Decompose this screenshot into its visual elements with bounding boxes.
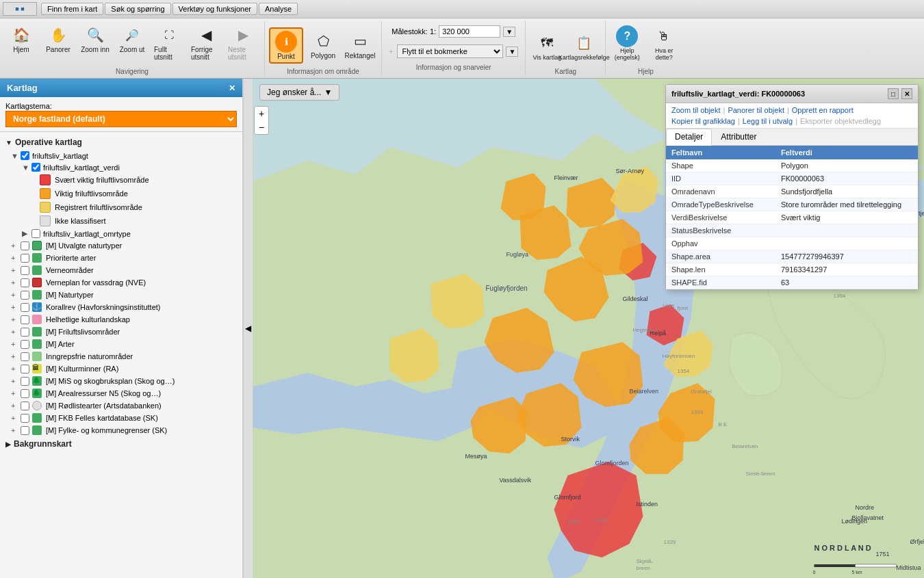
expand-vassdrag[interactable]: + bbox=[11, 278, 19, 287]
neste-utsnitt-button[interactable]: ▶ Neste utsnitt bbox=[226, 21, 260, 64]
map-zoom-out-button[interactable]: − bbox=[255, 120, 268, 134]
sidebar-collapse-button[interactable]: ◀ bbox=[243, 79, 253, 578]
map-zoom-in-button[interactable]: + bbox=[255, 107, 268, 120]
layer-naturtyper[interactable]: + [M] Utvalgte naturtyper bbox=[0, 239, 242, 252]
expand-naturtyper[interactable]: + bbox=[11, 241, 19, 250]
expand-arter[interactable]: + bbox=[11, 340, 19, 348]
layer-check-mis[interactable] bbox=[21, 377, 29, 386]
jeg-onsker-button[interactable]: Jeg ønsker å... ▼ bbox=[259, 84, 339, 101]
tab-attributter[interactable]: Attributter bbox=[712, 129, 765, 145]
hva-er-button[interactable]: 🖱 Hva er dette? bbox=[647, 23, 681, 64]
expand-kulturminner[interactable]: + bbox=[11, 365, 19, 373]
layer-check-arealressurser[interactable] bbox=[21, 389, 29, 398]
layer-kulturminner[interactable]: + 🏛 [M] Kulturminner (RA) bbox=[0, 363, 242, 375]
layer-friluftsomr[interactable]: + [M] Friluftslivsområder bbox=[0, 326, 242, 338]
layer-prioriterte[interactable]: + Prioriterte arter bbox=[0, 252, 242, 264]
layer-check-verdi[interactable] bbox=[31, 163, 40, 172]
expand-prioriterte[interactable]: + bbox=[11, 254, 19, 262]
layer-kulturlandskap[interactable]: + Helhetlige kulturlandskap bbox=[0, 313, 242, 326]
sok-button[interactable]: Søk og spørring bbox=[105, 3, 170, 15]
panel-resize-button[interactable]: □ bbox=[888, 88, 899, 99]
layer-check-vassdrag[interactable] bbox=[21, 278, 29, 287]
scale-dropdown-button[interactable]: ▼ bbox=[503, 27, 515, 37]
layer-label-kulturminner: [M] Kulturminner (RA) bbox=[46, 365, 118, 373]
layer-check-arter[interactable] bbox=[21, 340, 29, 349]
sidebar-close-icon[interactable]: ✕ bbox=[229, 83, 235, 93]
expand-kulturlandskap[interactable]: + bbox=[11, 315, 19, 324]
forrige-utsnitt-button[interactable]: ◀ Forrige utsnitt bbox=[189, 21, 223, 64]
layer-fkb[interactable]: + [M] FKB Felles kartdatabase (SK) bbox=[0, 412, 242, 424]
map-container[interactable]: Bodø Saltfjorden Fauske Naurstad Godøyne… bbox=[253, 79, 924, 578]
panel-close-button[interactable]: ✕ bbox=[901, 88, 912, 99]
layer-arealressurser[interactable]: + 🌲 [M] Arealressurser N5 (Skog og…) bbox=[0, 387, 242, 399]
layer-vassdrag[interactable]: + Verneplan for vassdrag (NVE) bbox=[0, 276, 242, 289]
rektangel-button[interactable]: ▭ Rektangel bbox=[343, 27, 377, 62]
tab-detaljer[interactable]: Detaljer bbox=[666, 129, 712, 146]
layer-check-omrtype[interactable] bbox=[31, 229, 40, 238]
expand-omrtype-icon[interactable]: ▶ bbox=[22, 229, 30, 238]
layer-check-inngrepsfrie[interactable] bbox=[21, 352, 29, 361]
layer-naturtyper2[interactable]: + [M] Naturtyper bbox=[0, 289, 242, 301]
layer-mis[interactable]: + 🌲 [M] MiS og skogbruksplan (Skog og…) bbox=[0, 375, 242, 387]
layer-korallrev[interactable]: + ⚓ Korallrev (Havforskningsinstituttet) bbox=[0, 301, 242, 313]
layer-rodliste[interactable]: + [M] Rødlistearter (Artsdatabanken) bbox=[0, 399, 242, 412]
layer-kommunegrenser[interactable]: + [M] Fylke- og kommunegrenser (SK) bbox=[0, 424, 242, 436]
layer-friluftsliv-kartlagt[interactable]: ▼ friluftsliv_kartlagt bbox=[0, 150, 242, 161]
zoom-inn-button[interactable]: 🔍 Zoom inn bbox=[78, 21, 112, 56]
layer-check-verne[interactable] bbox=[21, 266, 29, 275]
panorer-button[interactable]: ✋ Panorer bbox=[41, 21, 75, 56]
expand-naturtyper2[interactable]: + bbox=[11, 291, 19, 299]
hjelp-button[interactable]: ? Hjelp (engelsk) bbox=[610, 23, 644, 64]
legend-label-uklas: Ikke klassifisert bbox=[55, 217, 106, 225]
polygon-button[interactable]: ⬠ Polygon bbox=[306, 27, 340, 62]
layer-check-rodliste[interactable] bbox=[21, 402, 29, 410]
eksporter-link[interactable]: Eksporter objektvedlegg bbox=[800, 117, 881, 125]
hjem-button[interactable]: 🏠 Hjem bbox=[4, 21, 38, 56]
expand-arealressurser[interactable]: + bbox=[11, 389, 19, 397]
layer-check-naturtyper2[interactable] bbox=[21, 291, 29, 300]
theme-select[interactable]: Norge fastland (default) bbox=[5, 111, 237, 127]
punkt-button[interactable]: ℹ Punkt bbox=[269, 27, 303, 64]
verktoy-button[interactable]: Verktøy og funksjoner bbox=[172, 3, 257, 15]
kartlagsrekkefølge-button[interactable]: 📋 Kartlagsrekkefølge bbox=[567, 29, 601, 64]
legg-til-utvalg-link[interactable]: Legg til i utvalg bbox=[743, 117, 793, 125]
scale-input[interactable] bbox=[439, 25, 500, 38]
layer-arter[interactable]: + [M] Arter bbox=[0, 338, 242, 350]
kopier-grafikklag-link[interactable]: Kopier til grafikklag bbox=[671, 117, 735, 125]
expand-korallrev[interactable]: + bbox=[11, 303, 19, 311]
layer-verne[interactable]: + Verneområder bbox=[0, 264, 242, 276]
layer-inngrepsfrie[interactable]: + Inngrepsfrie naturområder bbox=[0, 350, 242, 363]
expand-friluftsomr[interactable]: + bbox=[11, 328, 19, 336]
layer-check-kommunegrenser[interactable] bbox=[21, 426, 29, 435]
layer-check-fkb[interactable] bbox=[21, 414, 29, 423]
layer-omrtype[interactable]: ▶ friluftsliv_kartlagt_omrtype bbox=[0, 228, 242, 239]
analyse-button[interactable]: Analyse bbox=[259, 3, 298, 15]
layer-check-kulturlandskap[interactable] bbox=[21, 315, 29, 324]
finn-frem-button[interactable]: Finn frem i kart bbox=[41, 3, 103, 15]
expand-rodliste[interactable]: + bbox=[11, 402, 19, 410]
bookmark-dropdown-button[interactable]: ▼ bbox=[506, 47, 518, 57]
layer-check-naturtyper[interactable] bbox=[21, 241, 29, 250]
layer-check-friluftsliv[interactable] bbox=[21, 151, 29, 160]
fullt-utsnitt-button[interactable]: ⛶ Fullt utsnitt bbox=[152, 21, 186, 64]
expand-fkb[interactable]: + bbox=[11, 414, 19, 422]
layer-frilufsliv-verdi[interactable]: ▼ friluftsliv_kartlagt_verdi bbox=[0, 161, 242, 173]
expand-icon[interactable]: ▼ bbox=[11, 152, 19, 160]
table-row: IIDFK00000063 bbox=[666, 172, 918, 185]
expand-inngrepsfrie[interactable]: + bbox=[11, 352, 19, 360]
zoom-ut-button[interactable]: 🔎 Zoom ut bbox=[115, 21, 149, 56]
bookmark-select[interactable]: Flytt til et bokmerke bbox=[397, 44, 503, 58]
panorer-til-link[interactable]: Panorer til objekt bbox=[728, 106, 784, 114]
layer-check-kulturminner[interactable] bbox=[21, 365, 29, 373]
layer-check-korallrev[interactable] bbox=[21, 303, 29, 312]
expand-mis[interactable]: + bbox=[11, 377, 19, 385]
operative-group-header[interactable]: ▼ Operative kartlag bbox=[0, 135, 242, 150]
layer-check-prioriterte[interactable] bbox=[21, 254, 29, 263]
zoom-til-link[interactable]: Zoom til objekt bbox=[671, 106, 721, 114]
expand-icon-2[interactable]: ▼ bbox=[22, 163, 30, 172]
expand-kommunegrenser[interactable]: + bbox=[11, 426, 19, 434]
layer-check-friluftsomr[interactable] bbox=[21, 328, 29, 337]
bakgrunn-group-header[interactable]: ▶ Bakgrunnskart bbox=[0, 436, 242, 451]
opprett-rapport-link[interactable]: Opprett en rapport bbox=[792, 106, 854, 114]
expand-verne[interactable]: + bbox=[11, 266, 19, 274]
